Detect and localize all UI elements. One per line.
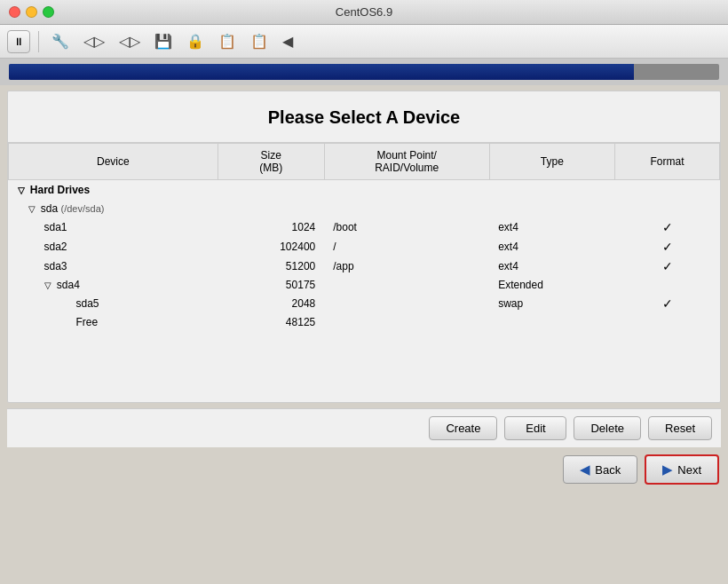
- sda4-mount: [324, 276, 489, 294]
- col-header-type: Type: [489, 144, 614, 180]
- progress-bar-outer: [9, 64, 719, 80]
- progress-area: [0, 59, 728, 85]
- action-bar: Create Edit Delete Reset: [7, 408, 721, 447]
- back-icon[interactable]: ◀: [278, 31, 297, 51]
- sda4-type: Extended: [489, 276, 614, 294]
- clipboard-icon1[interactable]: 📋: [214, 31, 241, 51]
- triangle-icon: ▽: [18, 185, 25, 195]
- free-mount: [324, 313, 489, 331]
- sda5-type: swap: [489, 294, 614, 313]
- edit-button[interactable]: Edit: [504, 416, 566, 440]
- disk-icon[interactable]: 💾: [150, 31, 177, 51]
- sda3-size: 51200: [218, 256, 324, 276]
- col-header-format: Format: [615, 144, 720, 180]
- sda1-name: sda1: [9, 217, 218, 237]
- table-row: ▽ sda (/dev/sda): [9, 200, 720, 217]
- sda5-mount: [324, 294, 489, 313]
- free-type: [489, 313, 614, 331]
- sda3-name: sda3: [9, 256, 218, 276]
- minimize-button[interactable]: [26, 6, 37, 18]
- sda-size: [218, 200, 324, 217]
- sda-path: (/dev/sda): [61, 203, 105, 214]
- sda5-format: ✓: [615, 294, 720, 313]
- sda2-size: 102400: [218, 237, 324, 256]
- sda3-mount: /app: [324, 256, 489, 276]
- spacer-row4: [9, 384, 720, 402]
- maximize-button[interactable]: [43, 6, 54, 18]
- nav-bar: ◀ Back ▶ Next: [0, 447, 728, 492]
- sda3-type: ext4: [489, 256, 614, 276]
- back-label: Back: [595, 463, 621, 477]
- col-header-size: Size(MB): [218, 144, 324, 180]
- window-title: CentOS6.9: [336, 5, 392, 19]
- page-title: Please Select A Device: [8, 91, 720, 143]
- back-button[interactable]: ◀ Back: [563, 455, 637, 484]
- create-button[interactable]: Create: [429, 416, 497, 440]
- free-format: [615, 313, 720, 331]
- col-header-mount: Mount Point/RAID/Volume: [324, 144, 489, 180]
- progress-bar-inner: [9, 64, 634, 80]
- toolbar-separator: [38, 31, 39, 52]
- sda1-size: 1024: [218, 217, 324, 237]
- sda3-format: ✓: [615, 256, 720, 276]
- sda4-format: [615, 276, 720, 294]
- settings-icon[interactable]: 🔧: [47, 31, 74, 51]
- pause-icon: ⏸: [13, 36, 24, 48]
- table-row[interactable]: Free 48125: [9, 313, 720, 331]
- reset-button[interactable]: Reset: [648, 416, 712, 440]
- col-header-device: Device: [9, 144, 218, 180]
- device-table-container: Device Size(MB) Mount Point/RAID/Volume …: [8, 143, 720, 402]
- spacer-row3: [9, 367, 720, 384]
- next-label: Next: [677, 463, 701, 477]
- table-row[interactable]: sda3 51200 /app ext4 ✓: [9, 256, 720, 276]
- sda4-name: ▽ sda4: [9, 276, 218, 294]
- sda1-mount: /boot: [324, 217, 489, 237]
- sda-label: ▽ sda (/dev/sda): [9, 200, 218, 217]
- device-table: Device Size(MB) Mount Point/RAID/Volume …: [8, 143, 720, 402]
- sda1-type: ext4: [489, 217, 614, 237]
- spacer-row: [9, 331, 720, 349]
- sda2-type: ext4: [489, 237, 614, 256]
- table-row[interactable]: sda5 2048 swap ✓: [9, 294, 720, 313]
- hard-drives-label: Hard Drives: [30, 184, 90, 196]
- sda1-format: ✓: [615, 217, 720, 237]
- sda5-name: sda5: [9, 294, 218, 313]
- sda4-triangle-icon: ▽: [44, 280, 51, 290]
- sda-type: [489, 200, 614, 217]
- back-arrow-icon: ◀: [580, 462, 590, 477]
- left-right-icon[interactable]: ◁▷: [79, 31, 109, 51]
- next-arrow-icon: ▶: [662, 462, 673, 477]
- free-size: 48125: [218, 313, 324, 331]
- sda5-size: 2048: [218, 294, 324, 313]
- table-row[interactable]: ▽ sda4 50175 Extended: [9, 276, 720, 294]
- table-row[interactable]: sda2 102400 / ext4 ✓: [9, 237, 720, 256]
- delete-button[interactable]: Delete: [574, 416, 641, 440]
- main-panel: Please Select A Device Device Size(MB) M…: [7, 91, 721, 403]
- sda-format: [615, 200, 720, 217]
- sda-mount: [324, 200, 489, 217]
- toolbar: ⏸ 🔧 ◁▷ ◁▷ 💾 🔒 📋 📋 ◀: [0, 25, 728, 59]
- lock-icon[interactable]: 🔒: [182, 31, 209, 51]
- sda2-format: ✓: [615, 237, 720, 256]
- sda4-size: 50175: [218, 276, 324, 294]
- spacer-row2: [9, 349, 720, 367]
- left-right-icon2[interactable]: ◁▷: [115, 31, 145, 51]
- close-button[interactable]: [9, 6, 20, 18]
- section-hard-drives: ▽ Hard Drives: [9, 180, 720, 201]
- sda-triangle-icon: ▽: [28, 204, 36, 214]
- next-button[interactable]: ▶ Next: [645, 454, 719, 485]
- window-controls[interactable]: [9, 6, 54, 18]
- sda2-mount: /: [324, 237, 489, 256]
- sda2-name: sda2: [9, 237, 218, 256]
- table-row[interactable]: sda1 1024 /boot ext4 ✓: [9, 217, 720, 237]
- title-bar: CentOS6.9: [0, 0, 728, 25]
- clipboard-icon2[interactable]: 📋: [246, 31, 273, 51]
- pause-button[interactable]: ⏸: [7, 30, 30, 53]
- free-name: Free: [9, 313, 218, 331]
